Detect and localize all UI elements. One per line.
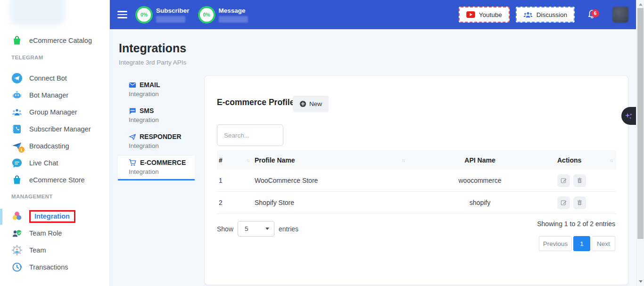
sidebar-item-label: Broadcasting <box>29 142 69 150</box>
cell-num: 1 <box>217 177 253 184</box>
previous-page-button[interactable]: Previous <box>539 236 572 251</box>
scrollbar-thumb[interactable] <box>637 8 644 239</box>
broadcast-plane-icon: 1 <box>11 140 23 152</box>
col-header-api-name[interactable]: API Name <box>408 156 550 164</box>
discussion-button[interactable]: Discussion <box>516 7 575 23</box>
message-metric-redacted-value <box>219 16 248 23</box>
tab-label: EMAIL <box>140 81 160 89</box>
sidebar-item-label: Group Manager <box>29 108 77 116</box>
tab-sublabel: Integration <box>129 142 195 149</box>
edit-button[interactable] <box>557 174 570 187</box>
sidebar-item-team[interactable]: Team <box>0 242 110 259</box>
send-plane-icon <box>129 133 136 140</box>
page-size-select[interactable]: 5 <box>238 221 274 237</box>
col-header-actions[interactable]: Actions↑↓ <box>550 156 616 164</box>
sidebar-item-broadcasting[interactable]: 1 Broadcasting <box>0 138 110 155</box>
profiles-table: #↑↓ Profile Name↑↓ API Name Actions↑↓ 1 … <box>217 150 616 214</box>
current-page-button[interactable]: 1 <box>573 236 590 251</box>
tab-ecommerce-integration[interactable]: E-COMMERCE Integration <box>118 156 195 180</box>
edit-pencil-icon <box>561 177 567 184</box>
transactions-clock-icon <box>11 261 23 273</box>
sidebar-item-label: eCommerce Catalog <box>29 37 92 44</box>
sidebar-item-label: Subscriber Manager <box>29 125 91 133</box>
show-label: Show <box>217 225 233 233</box>
cell-num: 2 <box>217 199 253 206</box>
discussion-button-label: Discussion <box>537 11 567 18</box>
subscriber-metric-redacted-value <box>156 16 185 23</box>
sparkles-icon <box>624 112 633 121</box>
col-header-profile-name[interactable]: Profile Name↑↓ <box>253 156 408 164</box>
table-header-row: #↑↓ Profile Name↑↓ API Name Actions↑↓ <box>217 150 616 170</box>
hamburger-menu-icon[interactable] <box>117 9 127 20</box>
subscriber-progress-ring: 0% <box>135 6 153 24</box>
app-logo <box>10 0 65 25</box>
pagination: Previous 1 Next <box>539 236 615 251</box>
next-page-button[interactable]: Next <box>592 236 615 251</box>
page-scrollbar[interactable] <box>636 0 644 286</box>
person-shield-icon <box>11 228 23 239</box>
ecommerce-profile-card: E-commerce Profile New #↑↓ Profile Name↑… <box>204 75 628 285</box>
page-size-value: 5 <box>245 225 265 232</box>
user-avatar[interactable] <box>612 7 628 23</box>
message-progress-ring: 0% <box>198 6 215 24</box>
search-input[interactable] <box>217 124 283 146</box>
sidebar-item-integration[interactable]: Integration <box>0 208 110 225</box>
sort-icon[interactable]: ↑↓ <box>610 157 612 163</box>
tab-sms-integration[interactable]: SMS SMS Integration <box>118 104 195 127</box>
delete-button[interactable] <box>573 196 586 209</box>
sidebar-item-ecommerce-store[interactable]: eCommerce Store <box>0 172 110 188</box>
cell-profile-name: WooCommerce Store <box>253 177 408 184</box>
chat-bubble-icon <box>11 157 23 169</box>
edit-button[interactable] <box>557 196 570 209</box>
subscriber-metric-label: Subscriber <box>156 7 190 14</box>
tab-email-integration[interactable]: EMAIL Integration <box>118 78 195 101</box>
new-button-label: New <box>309 100 322 107</box>
telegram-plane-icon <box>11 73 23 84</box>
sidebar-item-label: Live Chat <box>29 159 58 167</box>
sidebar-item-label: Transactions <box>29 263 68 271</box>
sidebar-section-management: MANAGEMENT <box>11 194 53 199</box>
top-header: 0% Subscriber 0% Message Youtube Discuss… <box>110 0 636 29</box>
delete-button[interactable] <box>573 174 586 187</box>
cell-api-name: woocommerce <box>408 177 550 184</box>
sidebar-item-connect-bot[interactable]: Connect Bot <box>0 70 110 87</box>
tab-label: E-COMMERCE <box>140 159 186 166</box>
notification-count-badge: 6 <box>591 9 599 17</box>
message-metric: 0% Message <box>198 6 248 24</box>
sms-bubble-icon: SMS <box>129 107 136 114</box>
youtube-button[interactable]: Youtube <box>459 7 510 23</box>
sort-icon[interactable]: ↑↓ <box>246 157 249 163</box>
sidebar-item-subscriber-manager[interactable]: Subscriber Manager <box>0 121 110 138</box>
sidebar-item-label: Bot Manager <box>29 91 68 99</box>
message-metric-label: Message <box>219 7 248 14</box>
sidebar-item-team-role[interactable]: Team Role <box>0 225 110 242</box>
scroll-down-arrow[interactable] <box>639 280 643 283</box>
ai-assistant-button[interactable] <box>621 107 636 125</box>
robot-icon <box>11 90 23 101</box>
tab-label: RESPONDER <box>140 133 182 140</box>
users-icon <box>523 11 533 18</box>
integration-tab-list: EMAIL Integration SMS SMS Integration RE… <box>118 78 195 183</box>
sidebar-item-live-chat[interactable]: Live Chat <box>0 155 110 172</box>
page-subtitle: Integrate 3rd Party APIs <box>119 59 186 66</box>
svg-text:SMS: SMS <box>130 109 134 111</box>
notifications-button[interactable]: 6 <box>587 8 597 21</box>
scroll-up-arrow[interactable] <box>639 3 643 6</box>
tab-sublabel: Integration <box>129 116 195 123</box>
sort-icon[interactable]: ↑↓ <box>402 157 405 163</box>
shopping-bag-icon <box>11 35 23 46</box>
integration-label-annotated: Integration <box>29 210 75 223</box>
edit-pencil-icon <box>561 199 567 206</box>
sidebar-item-transactions[interactable]: Transactions <box>0 259 110 276</box>
col-header-num[interactable]: #↑↓ <box>217 156 253 164</box>
sidebar-item-ecommerce-catalog[interactable]: eCommerce Catalog <box>0 32 110 49</box>
group-people-icon <box>11 106 23 118</box>
sidebar-item-group-manager[interactable]: Group Manager <box>0 104 110 121</box>
sidebar-item-bot-manager[interactable]: Bot Manager <box>0 87 110 104</box>
tab-responder-integration[interactable]: RESPONDER Integration <box>118 130 195 153</box>
new-profile-button[interactable]: New <box>293 96 329 112</box>
sidebar-item-label: Connect Bot <box>29 74 67 82</box>
broadcasting-badge: 1 <box>18 147 25 153</box>
page-title: Integrations <box>119 41 186 55</box>
cart-icon <box>129 159 137 166</box>
